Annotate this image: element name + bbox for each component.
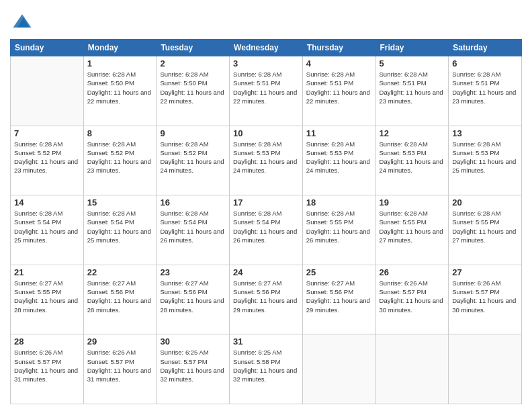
calendar-cell: 6Sunrise: 6:28 AM Sunset: 5:51 PM Daylig… xyxy=(449,56,522,126)
calendar-table: SundayMondayTuesdayWednesdayThursdayFrid… xyxy=(10,39,522,404)
calendar-cell: 25Sunrise: 6:27 AM Sunset: 5:56 PM Dayli… xyxy=(302,265,375,334)
calendar-cell: 1Sunrise: 6:28 AM Sunset: 5:50 PM Daylig… xyxy=(83,56,157,126)
day-number: 12 xyxy=(380,128,445,138)
day-number: 9 xyxy=(160,128,226,138)
day-number: 31 xyxy=(233,336,299,347)
weekday-header-saturday: Saturday xyxy=(449,40,522,56)
weekday-header-monday: Monday xyxy=(83,40,157,56)
calendar-cell: 18Sunrise: 6:28 AM Sunset: 5:55 PM Dayli… xyxy=(302,195,375,265)
day-info: Sunrise: 6:27 AM Sunset: 5:56 PM Dayligh… xyxy=(306,279,372,314)
day-info: Sunrise: 6:28 AM Sunset: 5:51 PM Dayligh… xyxy=(380,70,445,105)
header xyxy=(10,7,522,34)
calendar-cell: 9Sunrise: 6:28 AM Sunset: 5:52 PM Daylig… xyxy=(157,126,230,195)
day-info: Sunrise: 6:28 AM Sunset: 5:51 PM Dayligh… xyxy=(233,70,299,105)
day-number: 21 xyxy=(14,267,80,277)
day-info: Sunrise: 6:28 AM Sunset: 5:50 PM Dayligh… xyxy=(87,70,153,105)
calendar-body: 1Sunrise: 6:28 AM Sunset: 5:50 PM Daylig… xyxy=(11,56,522,404)
calendar-week-5: 28Sunrise: 6:26 AM Sunset: 5:57 PM Dayli… xyxy=(11,334,522,404)
day-number: 24 xyxy=(233,267,299,277)
calendar-cell: 4Sunrise: 6:28 AM Sunset: 5:51 PM Daylig… xyxy=(302,56,375,126)
day-number: 8 xyxy=(87,128,153,138)
calendar-cell xyxy=(375,334,449,404)
weekday-header-thursday: Thursday xyxy=(302,40,375,56)
day-number: 22 xyxy=(87,267,153,277)
day-info: Sunrise: 6:27 AM Sunset: 5:55 PM Dayligh… xyxy=(14,279,80,314)
day-info: Sunrise: 6:28 AM Sunset: 5:55 PM Dayligh… xyxy=(452,209,518,244)
calendar-header: SundayMondayTuesdayWednesdayThursdayFrid… xyxy=(11,40,522,56)
day-info: Sunrise: 6:28 AM Sunset: 5:54 PM Dayligh… xyxy=(160,209,226,244)
calendar-cell: 13Sunrise: 6:28 AM Sunset: 5:53 PM Dayli… xyxy=(449,126,522,195)
day-info: Sunrise: 6:27 AM Sunset: 5:56 PM Dayligh… xyxy=(160,279,226,314)
calendar-cell: 11Sunrise: 6:28 AM Sunset: 5:53 PM Dayli… xyxy=(302,126,375,195)
day-number: 1 xyxy=(87,58,153,68)
day-info: Sunrise: 6:28 AM Sunset: 5:53 PM Dayligh… xyxy=(380,140,445,175)
day-info: Sunrise: 6:28 AM Sunset: 5:51 PM Dayligh… xyxy=(452,70,518,105)
calendar-cell: 23Sunrise: 6:27 AM Sunset: 5:56 PM Dayli… xyxy=(157,265,230,334)
day-info: Sunrise: 6:26 AM Sunset: 5:57 PM Dayligh… xyxy=(452,279,518,314)
logo xyxy=(10,9,37,34)
calendar-cell: 15Sunrise: 6:28 AM Sunset: 5:54 PM Dayli… xyxy=(83,195,157,265)
calendar-cell: 30Sunrise: 6:25 AM Sunset: 5:57 PM Dayli… xyxy=(157,334,230,404)
day-number: 25 xyxy=(306,267,372,277)
calendar-cell: 14Sunrise: 6:28 AM Sunset: 5:54 PM Dayli… xyxy=(11,195,84,265)
calendar-cell: 12Sunrise: 6:28 AM Sunset: 5:53 PM Dayli… xyxy=(375,126,449,195)
calendar-cell: 24Sunrise: 6:27 AM Sunset: 5:56 PM Dayli… xyxy=(230,265,303,334)
day-info: Sunrise: 6:28 AM Sunset: 5:51 PM Dayligh… xyxy=(306,70,372,105)
day-info: Sunrise: 6:28 AM Sunset: 5:53 PM Dayligh… xyxy=(306,140,372,175)
day-info: Sunrise: 6:28 AM Sunset: 5:54 PM Dayligh… xyxy=(14,209,80,244)
day-number: 29 xyxy=(87,336,153,347)
day-number: 4 xyxy=(306,58,372,68)
day-info: Sunrise: 6:25 AM Sunset: 5:58 PM Dayligh… xyxy=(233,348,299,383)
calendar-cell: 3Sunrise: 6:28 AM Sunset: 5:51 PM Daylig… xyxy=(230,56,303,126)
day-info: Sunrise: 6:27 AM Sunset: 5:56 PM Dayligh… xyxy=(87,279,153,314)
calendar-week-3: 14Sunrise: 6:28 AM Sunset: 5:54 PM Dayli… xyxy=(11,195,522,265)
logo-icon xyxy=(10,9,34,34)
day-number: 6 xyxy=(452,58,518,68)
calendar-cell: 29Sunrise: 6:26 AM Sunset: 5:57 PM Dayli… xyxy=(83,334,157,404)
calendar-cell: 31Sunrise: 6:25 AM Sunset: 5:58 PM Dayli… xyxy=(230,334,303,404)
day-number: 7 xyxy=(14,128,80,138)
day-info: Sunrise: 6:26 AM Sunset: 5:57 PM Dayligh… xyxy=(380,279,445,314)
calendar-cell xyxy=(11,56,84,126)
day-info: Sunrise: 6:28 AM Sunset: 5:52 PM Dayligh… xyxy=(14,140,80,175)
day-number: 14 xyxy=(14,197,80,208)
calendar-cell: 8Sunrise: 6:28 AM Sunset: 5:52 PM Daylig… xyxy=(83,126,157,195)
day-number: 19 xyxy=(380,197,445,208)
day-number: 17 xyxy=(233,197,299,208)
calendar-cell: 28Sunrise: 6:26 AM Sunset: 5:57 PM Dayli… xyxy=(11,334,84,404)
calendar-cell: 17Sunrise: 6:28 AM Sunset: 5:54 PM Dayli… xyxy=(230,195,303,265)
day-info: Sunrise: 6:28 AM Sunset: 5:53 PM Dayligh… xyxy=(233,140,299,175)
day-info: Sunrise: 6:28 AM Sunset: 5:54 PM Dayligh… xyxy=(87,209,153,244)
weekday-header-tuesday: Tuesday xyxy=(157,40,230,56)
weekday-header-row: SundayMondayTuesdayWednesdayThursdayFrid… xyxy=(11,40,522,56)
calendar-cell: 22Sunrise: 6:27 AM Sunset: 5:56 PM Dayli… xyxy=(83,265,157,334)
calendar-cell xyxy=(302,334,375,404)
calendar-cell: 16Sunrise: 6:28 AM Sunset: 5:54 PM Dayli… xyxy=(157,195,230,265)
day-info: Sunrise: 6:28 AM Sunset: 5:55 PM Dayligh… xyxy=(306,209,372,244)
weekday-header-sunday: Sunday xyxy=(11,40,84,56)
day-info: Sunrise: 6:26 AM Sunset: 5:57 PM Dayligh… xyxy=(14,348,80,383)
calendar-cell: 5Sunrise: 6:28 AM Sunset: 5:51 PM Daylig… xyxy=(375,56,449,126)
day-number: 13 xyxy=(452,128,518,138)
day-number: 15 xyxy=(87,197,153,208)
day-info: Sunrise: 6:28 AM Sunset: 5:55 PM Dayligh… xyxy=(380,209,445,244)
day-number: 10 xyxy=(233,128,299,138)
weekday-header-friday: Friday xyxy=(375,40,449,56)
day-number: 26 xyxy=(380,267,445,277)
day-info: Sunrise: 6:28 AM Sunset: 5:52 PM Dayligh… xyxy=(87,140,153,175)
day-number: 20 xyxy=(452,197,518,208)
calendar-cell: 7Sunrise: 6:28 AM Sunset: 5:52 PM Daylig… xyxy=(11,126,84,195)
day-number: 18 xyxy=(306,197,372,208)
day-number: 23 xyxy=(160,267,226,277)
calendar-cell: 10Sunrise: 6:28 AM Sunset: 5:53 PM Dayli… xyxy=(230,126,303,195)
day-number: 2 xyxy=(160,58,226,68)
calendar-cell: 21Sunrise: 6:27 AM Sunset: 5:55 PM Dayli… xyxy=(11,265,84,334)
day-number: 11 xyxy=(306,128,372,138)
day-number: 30 xyxy=(160,336,226,347)
weekday-header-wednesday: Wednesday xyxy=(230,40,303,56)
calendar-cell: 2Sunrise: 6:28 AM Sunset: 5:50 PM Daylig… xyxy=(157,56,230,126)
day-number: 16 xyxy=(160,197,226,208)
day-number: 3 xyxy=(233,58,299,68)
day-info: Sunrise: 6:28 AM Sunset: 5:50 PM Dayligh… xyxy=(160,70,226,105)
day-number: 28 xyxy=(14,336,80,347)
